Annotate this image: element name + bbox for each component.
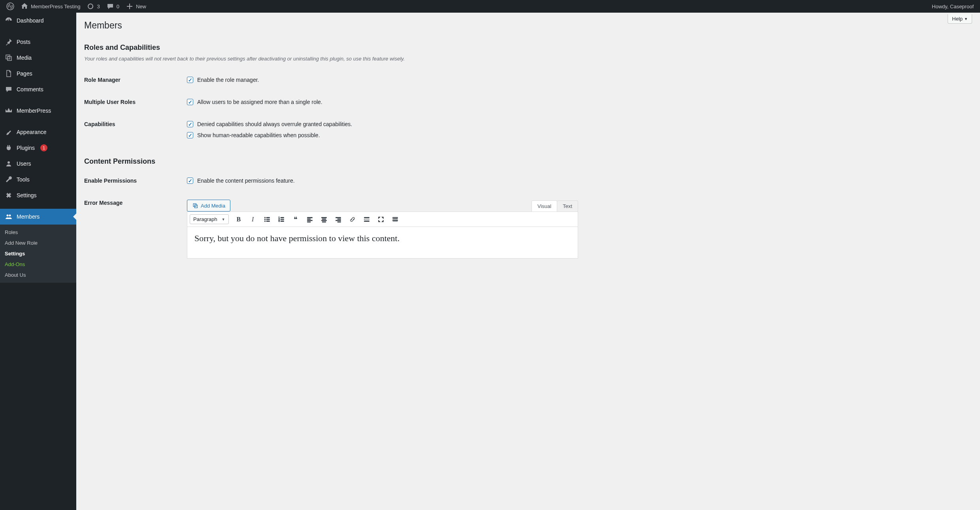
insert-more-button[interactable] [362, 215, 371, 224]
svg-rect-24 [335, 217, 341, 218]
comment-icon [5, 85, 13, 93]
howdy-link[interactable]: Howdy, Caseproof [929, 0, 977, 13]
help-label: Help [952, 16, 963, 22]
members-submenu: Roles Add New Role Settings Add-Ons Abou… [0, 225, 76, 283]
human-readable-checkbox[interactable] [187, 132, 193, 138]
section-description-roles: Your roles and capabilities will not rev… [84, 56, 972, 62]
sidebar-item-users[interactable]: Users [0, 156, 76, 172]
wrench-icon [5, 176, 13, 183]
sidebar-item-label: Posts [17, 39, 30, 45]
wp-logo[interactable] [3, 0, 17, 13]
comment-icon [106, 2, 114, 10]
editor-tab-visual[interactable]: Visual [531, 200, 557, 212]
page-icon [5, 70, 13, 77]
help-button[interactable]: Help ▼ [948, 14, 972, 24]
updates-link[interactable]: 3 [83, 0, 103, 13]
sidebar-item-label: Plugins [17, 145, 35, 151]
bold-button[interactable]: B [234, 215, 243, 224]
add-media-button[interactable]: Add Media [187, 200, 230, 212]
align-left-button[interactable] [305, 215, 314, 224]
role-manager-checkbox-label: Enable the role manager. [197, 77, 259, 83]
denied-capabilities-checkbox[interactable] [187, 121, 193, 127]
home-icon [21, 2, 28, 10]
sidebar-item-appearance[interactable]: Appearance [0, 124, 76, 140]
human-readable-checkbox-label: Show human-readable capabilities when po… [197, 132, 320, 138]
link-button[interactable] [348, 215, 357, 224]
svg-rect-7 [266, 219, 270, 220]
sidebar-item-tools[interactable]: Tools [0, 172, 76, 187]
blockquote-button[interactable]: ❝ [291, 215, 300, 224]
submenu-item-add-new-role[interactable]: Add New Role [0, 238, 76, 248]
sidebar-item-label: Tools [17, 176, 30, 183]
sidebar-item-label: Users [17, 161, 31, 167]
section-heading-roles: Roles and Capabilities [84, 43, 972, 52]
sidebar-item-media[interactable]: Media [0, 50, 76, 66]
denied-capabilities-checkbox-label: Denied capabilities should always overru… [197, 121, 352, 127]
svg-rect-33 [394, 217, 395, 218]
sidebar-item-members[interactable]: Members [0, 209, 76, 225]
site-link[interactable]: MemberPress Testing [17, 0, 83, 13]
sidebar-item-label: MemberPress [17, 108, 51, 114]
media-icon [5, 54, 13, 62]
align-center-button[interactable] [320, 215, 328, 224]
svg-rect-19 [307, 221, 310, 222]
site-name: MemberPress Testing [31, 4, 80, 9]
sidebar-item-posts[interactable]: Posts [0, 34, 76, 50]
editor-toolbar: Paragraph B I 123 ❝ [187, 212, 578, 227]
role-manager-checkbox[interactable] [187, 77, 193, 83]
sidebar-item-dashboard[interactable]: Dashboard [0, 13, 76, 28]
editor-tab-text[interactable]: Text [557, 200, 578, 212]
multiple-roles-checkbox[interactable] [187, 99, 193, 105]
submenu-item-add-ons[interactable]: Add-Ons [0, 259, 76, 270]
sidebar-item-label: Members [17, 213, 40, 220]
svg-rect-29 [364, 219, 369, 220]
section-heading-content-permissions: Content Permissions [84, 157, 972, 166]
sidebar-item-settings[interactable]: Settings [0, 187, 76, 203]
submenu-item-roles[interactable]: Roles [0, 227, 76, 238]
pin-icon [5, 38, 13, 46]
align-right-button[interactable] [334, 215, 343, 224]
sidebar-item-label: Appearance [17, 129, 47, 135]
toolbar-toggle-button[interactable] [391, 215, 400, 224]
enable-permissions-checkbox[interactable] [187, 178, 193, 184]
svg-point-4 [264, 217, 266, 218]
new-link[interactable]: New [122, 0, 149, 13]
paragraph-select[interactable]: Paragraph [190, 214, 229, 224]
members-icon [5, 213, 13, 221]
svg-point-2 [7, 215, 9, 217]
page-title: Members [84, 17, 972, 32]
svg-rect-18 [307, 220, 312, 221]
comments-count: 0 [117, 4, 119, 9]
enable-permissions-checkbox-label: Enable the content permissions feature. [197, 178, 295, 184]
sidebar-item-label: Media [17, 55, 32, 61]
svg-rect-26 [335, 220, 341, 221]
bullet-list-button[interactable] [263, 215, 271, 224]
row-label-enable-permissions: Enable Permissions [84, 170, 187, 192]
ordered-list-button[interactable]: 123 [277, 215, 286, 224]
settings-icon [5, 191, 13, 199]
svg-rect-5 [266, 217, 270, 218]
editor-content-area[interactable]: Sorry, but you do not have permission to… [187, 227, 578, 259]
user-icon [5, 160, 13, 168]
svg-rect-34 [396, 217, 396, 218]
fullscreen-button[interactable] [377, 215, 385, 224]
sidebar-item-label: Dashboard [17, 17, 44, 24]
italic-button[interactable]: I [249, 215, 257, 224]
svg-rect-15 [281, 221, 284, 221]
admin-bar: MemberPress Testing 3 0 New Howdy, Casep… [0, 0, 980, 13]
content-permissions-table: Enable Permissions Enable the content pe… [84, 170, 972, 266]
comments-link[interactable]: 0 [103, 0, 122, 13]
row-label-role-manager: Role Manager [84, 69, 187, 91]
plus-icon [126, 2, 134, 10]
sidebar-item-comments[interactable]: Comments [0, 81, 76, 97]
sidebar-item-pages[interactable]: Pages [0, 66, 76, 81]
sidebar-item-memberpress[interactable]: MemberPress [0, 103, 76, 119]
submenu-item-about-us[interactable]: About Us [0, 270, 76, 280]
svg-rect-23 [322, 221, 326, 222]
sidebar-item-plugins[interactable]: Plugins 1 [0, 140, 76, 156]
svg-rect-28 [364, 217, 369, 218]
memberpress-icon [5, 107, 13, 115]
submenu-item-settings[interactable]: Settings [0, 248, 76, 259]
row-label-capabilities: Capabilities [84, 113, 187, 146]
row-label-multiple-user-roles: Multiple User Roles [84, 91, 187, 113]
